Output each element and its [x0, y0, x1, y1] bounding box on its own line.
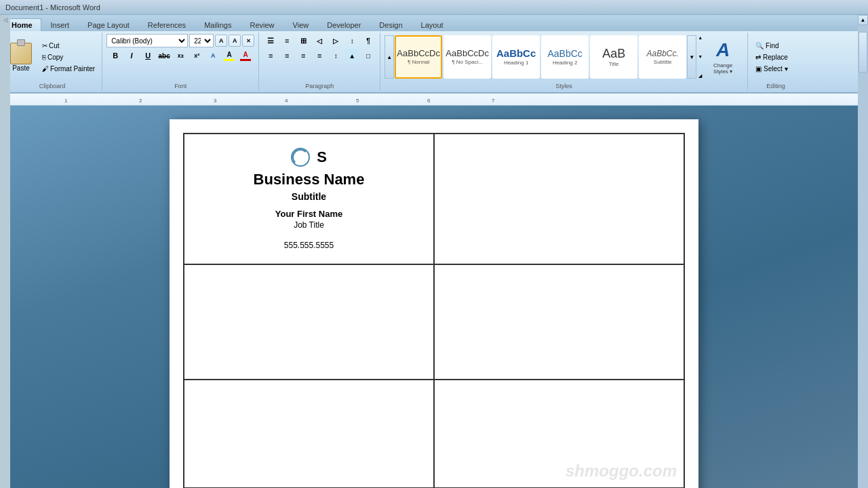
ruler-mark-5: 5 [356, 98, 359, 104]
clipboard-group: Paste ✂ Cut ⎘ Copy 🖌 Format Painter [3, 33, 102, 91]
bold-button[interactable]: B [108, 49, 123, 62]
font-group: Calibri (Body) 22 A A ✕ B I U abc [102, 33, 259, 91]
styles-expand-arrow[interactable]: ◢ [698, 73, 702, 79]
select-icon: ▣ [755, 65, 762, 73]
align-center-button[interactable]: ≡ [279, 49, 294, 62]
style-normal[interactable]: AaBbCcDc ¶ Normal [395, 35, 442, 79]
scroll-thumb[interactable] [859, 32, 867, 73]
format-painter-button[interactable]: 🖌 Format Painter [39, 64, 98, 74]
strikethrough-button[interactable]: abc [157, 49, 172, 62]
style-heading2[interactable]: AaBbCc Heading 2 [541, 35, 589, 79]
superscript-button[interactable]: x² [189, 49, 204, 62]
styles-scroll-down[interactable]: ▼ [687, 35, 696, 79]
card-cell-bot-left[interactable] [184, 380, 434, 488]
sort-button[interactable]: ↕ [344, 34, 359, 47]
tab-design[interactable]: Design [370, 18, 411, 31]
title-bar: Document1 - Microsoft Word [0, 0, 868, 15]
shading-button[interactable]: ▲ [344, 49, 359, 62]
copy-button[interactable]: ⎘ Copy [39, 52, 98, 62]
s-letter: S [317, 148, 327, 166]
scroll-up-button[interactable]: ▲ [858, 15, 868, 25]
cut-button[interactable]: ✂ Cut [39, 41, 98, 51]
text-effect-button[interactable]: A [205, 49, 220, 62]
vertical-scrollbar[interactable]: ▲ ▼ [858, 15, 868, 488]
numbering-button[interactable]: ≡ [279, 34, 294, 47]
paste-icon [10, 43, 32, 64]
clipboard-label: Clipboard [3, 83, 102, 89]
style-title[interactable]: AaB Title [590, 35, 637, 79]
phone-number[interactable]: 555.555.5555 [284, 241, 334, 250]
tab-developer[interactable]: Developer [318, 18, 370, 31]
card-cell-bot-right[interactable]: shmoggo.com [434, 380, 684, 488]
justify-button[interactable]: ≡ [312, 49, 327, 62]
tab-review[interactable]: Review [241, 18, 283, 31]
card-cell-top-right[interactable] [434, 134, 684, 264]
font-name-select[interactable]: Calibri (Body) [106, 34, 188, 47]
styles-scroll-container: AaBbCcDc ¶ Normal AaBbCcDc ¶ No Spaci...… [394, 35, 687, 79]
ruler-mark-7: 7 [492, 98, 494, 104]
font-shrink-button[interactable]: A [229, 35, 241, 47]
align-left-button[interactable]: ≡ [263, 49, 278, 62]
font-size-select[interactable]: 22 [189, 34, 214, 47]
italic-button[interactable]: I [124, 49, 139, 62]
border-button[interactable]: □ [361, 49, 376, 62]
copy-icon: ⎘ [42, 54, 46, 61]
scroll-track[interactable] [858, 25, 868, 488]
change-styles-label: ChangeStyles ▾ [713, 62, 732, 75]
replace-button[interactable]: ⇄ Replace [752, 52, 800, 62]
multilevel-button[interactable]: ⊞ [296, 34, 311, 47]
change-styles-button[interactable]: A ChangeStyles ▾ [703, 35, 743, 79]
styles-label: Styles [380, 83, 747, 89]
show-hide-button[interactable]: ¶ [361, 34, 376, 47]
underline-button[interactable]: U [140, 49, 155, 62]
bullets-button[interactable]: ☰ [263, 34, 278, 47]
ribbon: Home Insert Page Layout References Maili… [0, 15, 868, 94]
document-area[interactable]: S Business Name Subtitle Your First Name… [0, 106, 868, 488]
line-spacing-button[interactable]: ↕ [328, 49, 343, 62]
styles-up-arrow[interactable]: ▲ [698, 35, 703, 40]
styles-scroll-up[interactable]: ▲ [384, 35, 394, 79]
tab-row: Home Insert Page Layout References Maili… [0, 15, 868, 31]
style-heading2-label: Heading 2 [553, 60, 577, 66]
tab-insert[interactable]: Insert [42, 18, 79, 31]
style-subtitle[interactable]: AaBbCc. Subtitle [639, 35, 686, 79]
tab-references[interactable]: References [139, 18, 195, 31]
align-right-button[interactable]: ≡ [296, 49, 311, 62]
main-business-card[interactable]: S Business Name Subtitle Your First Name… [184, 134, 434, 264]
find-button[interactable]: 🔍 Find [752, 41, 800, 51]
style-no-spacing[interactable]: AaBbCcDc ¶ No Spaci... [443, 35, 491, 79]
ruler-mark-1: 1 [64, 98, 67, 104]
increase-indent-button[interactable]: ▷ [328, 34, 343, 47]
ruler-mark-3: 3 [214, 98, 216, 104]
ruler-main[interactable]: 1 2 3 4 5 6 7 [10, 94, 858, 105]
font-color-button[interactable]: A [238, 49, 253, 62]
card-subtitle[interactable]: Subtitle [292, 191, 326, 202]
replace-icon: ⇄ [755, 54, 761, 61]
paragraph-label: Paragraph [259, 83, 380, 89]
style-heading1[interactable]: AaBbCc Heading 1 [492, 35, 540, 79]
select-button[interactable]: ▣ Select ▾ [752, 64, 800, 74]
style-no-spacing-label: ¶ No Spaci... [452, 59, 483, 65]
clear-format-button[interactable]: ✕ [242, 35, 254, 47]
person-name[interactable]: Your First Name [275, 209, 342, 219]
left-sidebar-button[interactable]: ◁ [1, 15, 10, 24]
ruler-mark-4: 4 [285, 98, 288, 104]
paste-button[interactable]: Paste [7, 41, 35, 74]
font-label: Font [102, 83, 258, 89]
styles-down-arrow[interactable]: ▼ [698, 54, 703, 59]
ribbon-content: Paste ✂ Cut ⎘ Copy 🖌 Format Painter [0, 31, 868, 92]
font-grow-button[interactable]: A [215, 35, 227, 47]
tab-mailings[interactable]: Mailings [195, 18, 240, 31]
highlight-color-button[interactable]: A [222, 49, 237, 62]
card-cell-mid-right[interactable] [434, 264, 684, 380]
tab-page-layout[interactable]: Page Layout [79, 18, 138, 31]
style-title-preview: AaB [602, 47, 625, 60]
decrease-indent-button[interactable]: ◁ [312, 34, 327, 47]
tab-view[interactable]: View [284, 18, 318, 31]
subscript-button[interactable]: x₂ [173, 49, 188, 62]
card-cell-mid-left[interactable] [184, 264, 434, 380]
business-name[interactable]: Business Name [254, 171, 365, 188]
style-normal-label: ¶ Normal [408, 59, 429, 65]
tab-layout[interactable]: Layout [412, 18, 452, 31]
job-title[interactable]: Job Title [294, 220, 324, 230]
